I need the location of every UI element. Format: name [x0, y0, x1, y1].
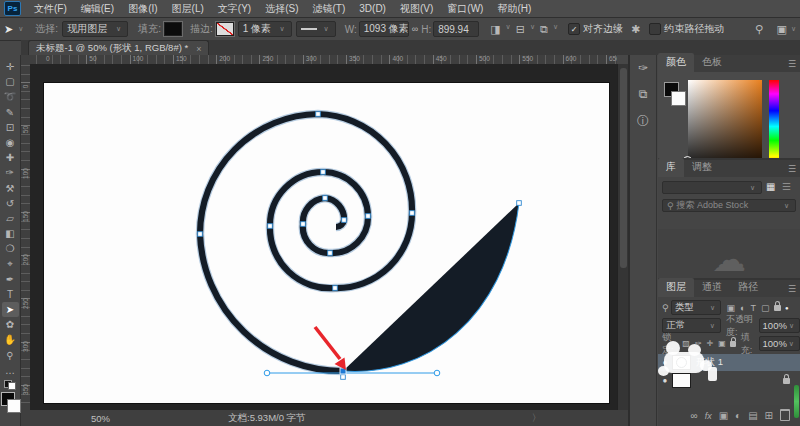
anchor-point[interactable]	[268, 224, 273, 229]
tab-swatches[interactable]: 色板	[694, 53, 730, 72]
stroke-width-dropdown[interactable]: 1 像素∨	[238, 21, 292, 37]
tab-layers[interactable]: 图层	[658, 278, 694, 297]
menu-图像[interactable]: 图像(I)	[121, 1, 164, 17]
library-select-dropdown[interactable]: ∨	[662, 181, 762, 194]
dodge-tool[interactable]: ⌖	[2, 256, 19, 271]
photoshop-logo[interactable]: Ps	[4, 1, 21, 16]
blur-tool[interactable]: ❍	[2, 241, 19, 256]
clone-source-panel-icon[interactable]: ⧉	[639, 87, 648, 101]
stroke-swatch[interactable]	[216, 22, 234, 36]
path-operation-icon-0[interactable]: ◨	[490, 23, 500, 36]
anchor-point[interactable]	[366, 214, 371, 219]
filter-type-layers-icon[interactable]: T	[751, 303, 757, 313]
opacity-input[interactable]: 100%∨	[759, 318, 800, 333]
path-selection-tool[interactable]: ➤	[2, 302, 19, 317]
tab-color[interactable]: 颜色	[658, 53, 694, 72]
lock-artboard-icon[interactable]: ▣	[718, 339, 726, 348]
foreground-background-swatches[interactable]	[0, 392, 20, 414]
brush-settings-panel-icon[interactable]: ✑	[638, 61, 648, 75]
path-operation-icon-2[interactable]: ⧉	[540, 23, 548, 36]
layer-filter-dropdown[interactable]: 类型∨	[671, 300, 721, 315]
link-dimensions-icon[interactable]: ∞	[412, 24, 418, 34]
filter-pixel-layers-icon[interactable]: ▣	[727, 303, 736, 313]
menu-图层[interactable]: 图层(L)	[165, 1, 211, 17]
tab-paths[interactable]: 路径	[730, 278, 766, 297]
eyedropper-tool[interactable]: ◉	[2, 135, 19, 150]
filter-shape-layers-icon[interactable]: ▢	[761, 303, 770, 313]
fill-input[interactable]: 100%∨	[759, 336, 800, 351]
chevron-down-icon[interactable]: ∨	[18, 25, 23, 33]
chevron-down-icon[interactable]: ∨	[791, 25, 796, 33]
lock-all-icon[interactable]	[730, 341, 735, 347]
filter-toggle-icon[interactable]: ●	[785, 305, 789, 311]
history-brush-tool[interactable]: ↺	[2, 196, 19, 211]
panel-menu-icon[interactable]: ☰	[788, 164, 796, 174]
menu-3D[interactable]: 3D(D)	[352, 1, 393, 17]
anchor-point[interactable]	[328, 251, 333, 256]
default-colors-icon[interactable]	[4, 380, 16, 390]
anchor-point[interactable]	[323, 196, 328, 201]
healing-brush-tool[interactable]: ✚	[2, 150, 19, 165]
close-tab-icon[interactable]: ×	[196, 44, 201, 54]
align-edges-checkbox[interactable]: ✓	[568, 23, 580, 35]
select-mode-dropdown[interactable]: 现用图层∨	[62, 21, 128, 37]
clone-stamp-tool[interactable]: ⚒	[2, 181, 19, 196]
constrain-path-checkbox[interactable]	[649, 23, 661, 35]
pen-tool[interactable]: ✒	[2, 272, 19, 287]
width-input[interactable]: 1093 像素	[359, 21, 409, 37]
path-operation-icon-1[interactable]: ⊟	[516, 23, 525, 36]
crop-tool[interactable]: ⊡	[2, 120, 19, 135]
filter-adjustment-layers-icon[interactable]: ◐	[740, 303, 745, 313]
bezier-handle-endpoint[interactable]	[434, 370, 440, 376]
library-search-input[interactable]: ⚲ 搜索 Adobe Stock ∨	[662, 199, 796, 212]
stroke-type-dropdown[interactable]: ∨	[296, 21, 336, 37]
menu-视图[interactable]: 视图(V)	[393, 1, 440, 17]
canvas-viewport[interactable]	[30, 64, 617, 410]
adjustment-layer-icon[interactable]: ◐	[735, 410, 741, 421]
custom-shape-tool[interactable]: ✿	[2, 317, 19, 332]
eraser-tool[interactable]: ▱	[2, 211, 19, 226]
anchor-point[interactable]	[333, 286, 338, 291]
new-layer-icon[interactable]: ⊞	[765, 410, 773, 421]
chevron-down-icon[interactable]: ∨	[530, 23, 535, 36]
edit-toolbar[interactable]: …	[2, 363, 19, 378]
anchor-point[interactable]	[321, 170, 326, 175]
link-layers-icon[interactable]: ∞	[691, 410, 698, 421]
brush-tool[interactable]: ✑	[2, 165, 19, 180]
new-group-icon[interactable]: ▤	[748, 410, 757, 421]
bezier-handle-endpoint[interactable]	[264, 370, 270, 376]
menu-文字[interactable]: 文字(Y)	[211, 1, 258, 17]
anchor-point[interactable]	[198, 232, 203, 237]
gradient-tool[interactable]: ◧	[2, 226, 19, 241]
layer-effects-icon[interactable]: fx	[705, 411, 712, 421]
info-panel-icon[interactable]: ⓘ	[637, 113, 649, 130]
quick-selection-tool[interactable]: ✎	[2, 105, 19, 120]
menu-窗口[interactable]: 窗口(W)	[440, 1, 490, 17]
workspace-icon[interactable]: ▣	[777, 23, 787, 36]
anchor-point[interactable]	[410, 211, 415, 216]
lock-move-icon[interactable]: ✛	[707, 339, 714, 348]
filter-lock-icon[interactable]	[774, 305, 781, 311]
move-tool[interactable]: ✛	[2, 59, 19, 74]
panel-menu-icon[interactable]: ☰	[788, 59, 796, 69]
menu-选择[interactable]: 选择(S)	[258, 1, 305, 17]
anchor-point[interactable]	[517, 201, 522, 206]
panel-menu-icon[interactable]: ☰	[788, 284, 796, 294]
status-options-chevron[interactable]: 〉	[532, 412, 542, 425]
add-mask-icon[interactable]: ▣	[719, 410, 728, 421]
anchor-point[interactable]	[341, 375, 346, 380]
background-color-swatch[interactable]	[7, 399, 21, 413]
lasso-tool[interactable]: ➰	[2, 89, 19, 104]
chevron-down-icon[interactable]: ∨	[506, 23, 511, 36]
anchor-point[interactable]	[316, 112, 321, 117]
tab-channels[interactable]: 通道	[694, 278, 730, 297]
tab-libraries[interactable]: 库	[658, 158, 684, 177]
visibility-eye-icon[interactable]: ●	[658, 376, 672, 385]
menu-文件[interactable]: 文件(F)	[27, 1, 74, 17]
fill-swatch[interactable]	[164, 22, 182, 36]
menu-编辑[interactable]: 编辑(E)	[74, 1, 121, 17]
chevron-down-icon[interactable]: ∨	[553, 23, 558, 36]
zoom-level-field[interactable]: 50%	[91, 413, 110, 424]
type-tool[interactable]: T	[2, 287, 19, 302]
menu-滤镜[interactable]: 滤镜(T)	[306, 1, 353, 17]
